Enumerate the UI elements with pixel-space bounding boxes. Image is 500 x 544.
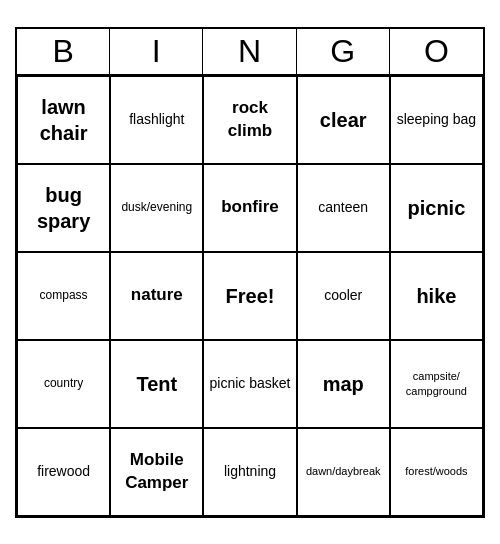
bingo-card: BINGO lawn chairflashlightrock climbclea… (15, 27, 485, 518)
bingo-cell-15: country (17, 340, 110, 428)
bingo-cell-1: flashlight (110, 76, 203, 164)
bingo-cell-8: canteen (297, 164, 390, 252)
header-letter-i: I (110, 29, 203, 74)
bingo-grid: lawn chairflashlightrock climbclearsleep… (17, 76, 483, 516)
bingo-cell-17: picnic basket (203, 340, 296, 428)
header-letter-b: B (17, 29, 110, 74)
bingo-cell-5: bug spary (17, 164, 110, 252)
bingo-header: BINGO (17, 29, 483, 76)
bingo-cell-24: forest/woods (390, 428, 483, 516)
header-letter-g: G (297, 29, 390, 74)
bingo-cell-2: rock climb (203, 76, 296, 164)
bingo-cell-18: map (297, 340, 390, 428)
bingo-cell-10: compass (17, 252, 110, 340)
bingo-cell-3: clear (297, 76, 390, 164)
bingo-cell-16: Tent (110, 340, 203, 428)
bingo-cell-12: Free! (203, 252, 296, 340)
bingo-cell-23: dawn/daybreak (297, 428, 390, 516)
bingo-cell-13: cooler (297, 252, 390, 340)
bingo-cell-6: dusk/evening (110, 164, 203, 252)
bingo-cell-21: Mobile Camper (110, 428, 203, 516)
bingo-cell-7: bonfire (203, 164, 296, 252)
header-letter-n: N (203, 29, 296, 74)
bingo-cell-22: lightning (203, 428, 296, 516)
bingo-cell-20: firewood (17, 428, 110, 516)
header-letter-o: O (390, 29, 483, 74)
bingo-cell-9: picnic (390, 164, 483, 252)
bingo-cell-14: hike (390, 252, 483, 340)
bingo-cell-0: lawn chair (17, 76, 110, 164)
bingo-cell-19: campsite/ campground (390, 340, 483, 428)
bingo-cell-4: sleeping bag (390, 76, 483, 164)
bingo-cell-11: nature (110, 252, 203, 340)
